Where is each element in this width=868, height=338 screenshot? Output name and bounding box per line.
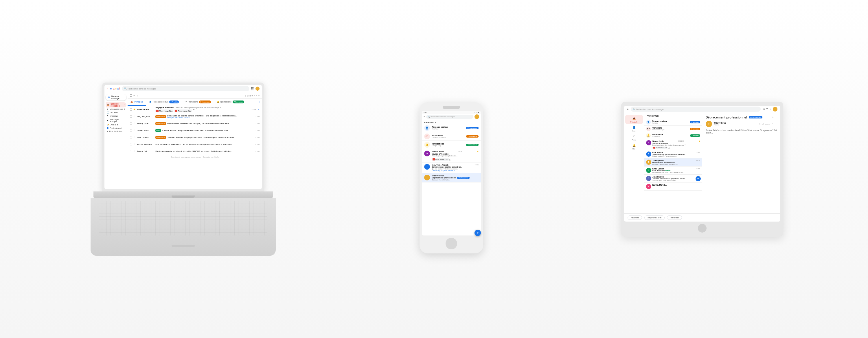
sidebar-item-inbox[interactable]: 📥 Boîte de réception 4 [105,102,126,108]
tablet-sidebar-social[interactable]: 👤 Soc. [625,124,643,133]
email-checkbox[interactable] [130,129,132,132]
tablet-email-jean[interactable]: J Jean Charon 3 min Journée Déjeuner vos… [644,175,702,183]
email-checkbox[interactable] [130,143,132,145]
tablet-menu-icon[interactable]: ≡ [627,108,628,111]
tab-principale[interactable]: 📥 Principale [128,99,146,106]
tablet-sender-annick: moi, Annick [652,151,663,153]
table-row[interactable]: ☆ Thierry Grue Professionnel Déplacement… [128,120,262,127]
phone-avatar[interactable] [474,114,479,119]
tab-reseaux[interactable]: 👤 Réseaux sociaux 4 Ajoutés [146,99,182,106]
tablet-cat-promotions[interactable]: 🏷 Promotions Think with Google 2 nouveau [644,126,702,132]
tablet-detail-reply-icon[interactable]: ↩ [771,123,773,125]
fab-compose[interactable]: + [474,230,481,235]
phone-menu-icon[interactable]: ≡ [424,115,425,118]
email-checkbox[interactable] [130,136,132,138]
settings-icon[interactable]: ⚙ [258,94,259,97]
tablet-list-icon[interactable]: ☰ [766,108,768,111]
forward-button[interactable]: Transférer [667,216,682,220]
email-action-icon[interactable]: ↗ [257,108,259,111]
phone-email-sabine[interactable]: S Sabine Kulla 11:28 ★ Voyage à Yosemite… [422,149,481,163]
phone-followup-tom[interactable]: Envoyé il y a 3 jours. Suivre ? [432,170,478,171]
prev-page-icon[interactable]: ‹ [254,95,255,97]
tablet-detail-tag: Professionnel [749,116,762,118]
tablet-home-button[interactable] [698,224,707,232]
tablet-cat-reseaux[interactable]: 👤 Réseaux sociaux YouTube 2 nouveau [644,119,702,126]
tablet-sidebar-promo[interactable]: 🏷 Prom. [625,133,643,142]
tablet-email-annick[interactable]: A moi, Annick 3 min Serez-vous de sociét… [644,150,702,159]
tablet-email-karine[interactable]: K Karine, Meredi... [644,183,702,191]
apps-icon[interactable] [251,87,254,90]
tablet-star-sabine[interactable]: ★ [699,140,700,142]
sidebar-item-drafts[interactable]: 📝 Axe la al [105,123,126,126]
sidebar-item-sent[interactable]: ➤ Messages envoyés [105,118,126,123]
table-row[interactable]: ★ Sabine Kulla Voyage à Yosemite - Peux-… [128,106,262,113]
tablet-email-sabine[interactable]: S Sabine Kulla 00:11:36 ★ Voyage à Yosem… [644,139,702,150]
tablet-more-icon[interactable]: ⋮ [769,108,772,111]
phone-email-tom[interactable]: T moi, Tom, Annick 3 min Serez-vous de s… [422,163,481,173]
select-all-checkbox[interactable] [130,94,132,97]
tablet-detail-sender-avatar: T [706,121,712,127]
tablet-avatar[interactable] [773,107,777,112]
tab-notifications[interactable]: 🔔 Notifications 7 Nouveaux [214,99,247,106]
tablet-detail-more[interactable]: ⋮ [775,116,777,118]
star-icon[interactable]: ☆ [133,150,136,152]
tablet-sidebar-inbox[interactable]: 📥 Principale [625,115,643,124]
user-avatar[interactable] [255,87,259,91]
email-checkbox[interactable] [130,150,132,152]
search-input[interactable]: 🔍 Rechercher dans les messages [122,86,249,91]
email-checkbox[interactable] [130,122,132,124]
add-tab-icon[interactable]: + [257,101,262,104]
tablet-grid-icon[interactable]: ⊞ [763,108,765,111]
sidebar-item-starred[interactable]: ★ Messages suis 1 [105,108,126,111]
tablet-cat-reseaux-info: Réseaux sociaux YouTube [652,120,689,124]
hamburger-icon[interactable]: ≡ [107,87,108,90]
table-row[interactable]: ☆ Ka me, Meredith Une semaine ce week-en… [128,141,262,148]
tablet-cat-notif[interactable]: 🔔 Notifications Google Play 1 nouveau [644,132,702,139]
phone-category-reseaux[interactable]: 👤 Réseaux sociaux YouTube 2 nouveaux [422,124,481,132]
phone-subject-sabine: Voyage à Yosemite [432,153,478,155]
star-icon[interactable]: ☆ [133,115,136,118]
tablet-detail-more-icon[interactable]: ⋮ [775,123,777,125]
phone-email-thierry[interactable]: T Thierry Grue Déplacement professionnel… [422,173,481,182]
sidebar-item-snoozed[interactable]: 🕐 En a fav [105,111,126,114]
table-row[interactable]: ☆ moi, Tom, Ann... Professionnel Serez-v… [128,113,262,120]
tablet-email-thierry[interactable]: T Thierry Grue 11:36 Déplacement profess… [644,159,702,167]
next-page-icon[interactable]: › [256,95,257,97]
table-row[interactable]: ☆ Jean Charon Professionnel Journée Déje… [128,134,262,141]
tablet-preview-thierry: Bonjour, J'ai réservé une chambre... [652,163,700,165]
tablet-fab-jean[interactable]: + [695,176,701,181]
compose-button[interactable]: ✏ Nouveau message [105,94,126,101]
tab-promotions[interactable]: 🏷 Promotions 2 Nouveaux [182,99,214,106]
sidebar-item-important[interactable]: ⚑ Important [105,114,126,118]
cat-reseaux-badge: 2 nouveaux [466,127,478,129]
tablet-detail-star[interactable]: ☆ [772,116,774,118]
trackpad[interactable] [172,245,195,247]
phone-cat-promotions-info: Promotions Think with Google [432,134,464,138]
refresh-icon[interactable]: ↺ [133,94,135,97]
table-row[interactable]: ☆ Annick, Jul... D'est ça renversée surp… [128,148,262,155]
tablet-sidebar-notif[interactable]: 🔔 Not. [625,142,643,151]
tablet-email-linda[interactable]: L Linda Carton 9 min Club de lecture Ami… [644,167,702,175]
phone-search-placeholder: Rechercher dans les messages [431,116,455,118]
tablet-cat-notif-name: Notifications [652,134,689,136]
phone-home-button[interactable] [445,238,457,249]
tablet-search-bar[interactable]: 🔍 Rechercher dans les messages [631,107,761,112]
phone-category-promotions[interactable]: 🏷 Promotions Think with Google 2 nouveau… [422,132,481,141]
star-sabine[interactable]: ★ [477,150,478,153]
email-checkbox[interactable] [130,108,132,111]
sidebar-item-labels[interactable]: Professionnel [105,126,126,130]
star-icon[interactable]: ★ [133,108,136,111]
star-icon[interactable]: ☆ [133,136,136,138]
more-options-icon[interactable]: ⋮ [136,94,138,97]
reply-button[interactable]: Répondre [627,216,642,220]
star-icon[interactable]: ☆ [133,129,136,132]
star-icon[interactable]: ☆ [133,143,136,145]
reply-all-button[interactable]: Répondre à tous [644,216,664,220]
phone: 9:30 ▲ ▼ ▮ ≡ 🔍 Rechercher dans les messa… [420,102,483,253]
phone-category-notifications[interactable]: 🔔 Notifications Google Play 4 nouveaux [422,141,481,149]
email-checkbox[interactable] [130,115,132,118]
phone-search-bar[interactable]: 🔍 Rechercher dans les messages [426,115,473,119]
sidebar-item-more[interactable]: ▾ Plus de Boîtes [105,130,126,133]
table-row[interactable]: ☆ Linda Carton Amitié Club de lecture - … [128,127,262,134]
star-icon[interactable]: ☆ [133,122,136,124]
